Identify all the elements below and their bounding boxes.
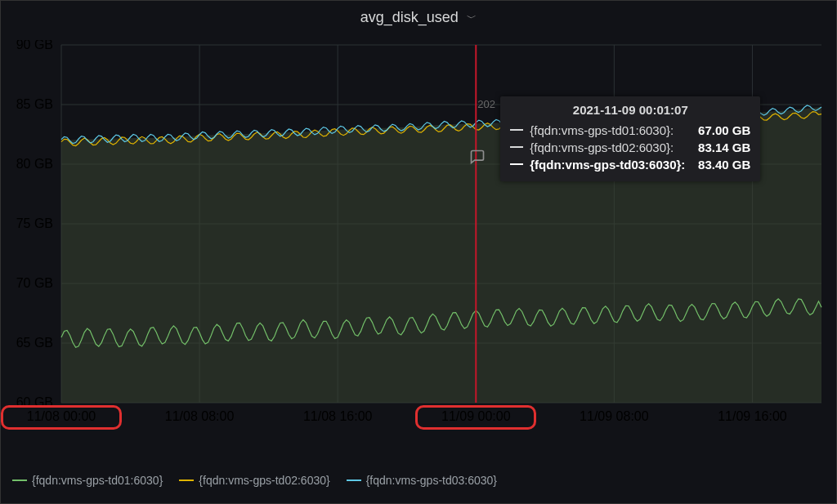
tooltip-series-label: {fqdn:vms-gps-td01:6030}: [530,123,685,137]
y-tick-label: 80 GB [16,157,53,171]
tooltip-series-value: 67.00 GB [692,123,750,137]
legend-swatch [510,146,523,148]
chevron-down-icon: ﹀ [467,12,477,24]
legend-item[interactable]: {fqdn:vms-gps-td01:6030} [12,474,163,487]
tooltip-series-label: {fqdn:vms-gps-td02:6030}: [530,140,685,154]
legend-swatch [510,129,523,131]
tooltip-series-value: 83.40 GB [692,158,750,172]
chart-panel: avg_disk_used ﹀ 60 GB65 GB70 GB75 GB80 G… [0,0,837,504]
panel-title: avg_disk_used [360,9,459,25]
legend-swatch [510,163,523,165]
tooltip-series-value: 83.14 GB [692,140,750,154]
tooltip-row: {fqdn:vms-gps-td02:6030}:83.14 GB [510,139,750,156]
x-tick-label: 11/08 08:00 [165,409,235,423]
legend-label: {fqdn:vms-gps-td03:6030} [366,474,497,487]
y-tick-label: 75 GB [16,216,53,230]
y-tick-label: 90 GB [16,40,53,51]
crosshair-time-badge: 202 [477,98,497,110]
tooltip-rows: {fqdn:vms-gps-td01:6030}:67.00 GB{fqdn:v… [510,122,750,173]
x-tick-label: 11/08 16:00 [303,409,373,423]
chart-area[interactable]: 60 GB65 GB70 GB75 GB80 GB85 GB90 GB 11/0… [12,40,826,432]
comment-icon[interactable] [469,149,486,167]
panel-title-row[interactable]: avg_disk_used ﹀ [1,1,836,31]
tooltip-row: {fqdn:vms-gps-td01:6030}:67.00 GB [510,122,750,139]
tooltip-row: {fqdn:vms-gps-td03:6030}:83.40 GB [510,156,750,173]
chart-legend: {fqdn:vms-gps-td01:6030}{fqdn:vms-gps-td… [12,474,497,487]
x-tick-label: 11/09 00:00 [441,409,511,423]
legend-item[interactable]: {fqdn:vms-gps-td03:6030} [347,474,497,487]
y-tick-label: 70 GB [16,276,53,290]
tooltip-series-label: {fqdn:vms-gps-td03:6030}: [530,158,685,172]
x-tick-label: 11/08 00:00 [27,409,96,423]
y-tick-label: 65 GB [16,336,53,350]
y-axis-ticks: 60 GB65 GB70 GB75 GB80 GB85 GB90 GB [16,40,53,409]
hover-tooltip: 202 2021-11-09 00:01:07 {fqdn:vms-gps-td… [500,96,760,181]
x-tick-label: 11/09 16:00 [718,409,787,423]
y-tick-label: 85 GB [16,97,53,111]
legend-item[interactable]: {fqdn:vms-gps-td02:6030} [179,474,329,487]
legend-label: {fqdn:vms-gps-td01:6030} [32,474,163,487]
y-tick-label: 60 GB [16,395,53,409]
legend-swatch [347,479,361,481]
x-tick-label: 11/09 08:00 [580,409,649,423]
tooltip-timestamp: 2021-11-09 00:01:07 [510,103,750,122]
legend-swatch [179,479,194,481]
legend-label: {fqdn:vms-gps-td02:6030} [199,474,329,487]
legend-swatch [12,479,27,481]
x-axis-ticks: 11/08 00:0011/08 08:0011/08 16:0011/09 0… [27,409,787,423]
